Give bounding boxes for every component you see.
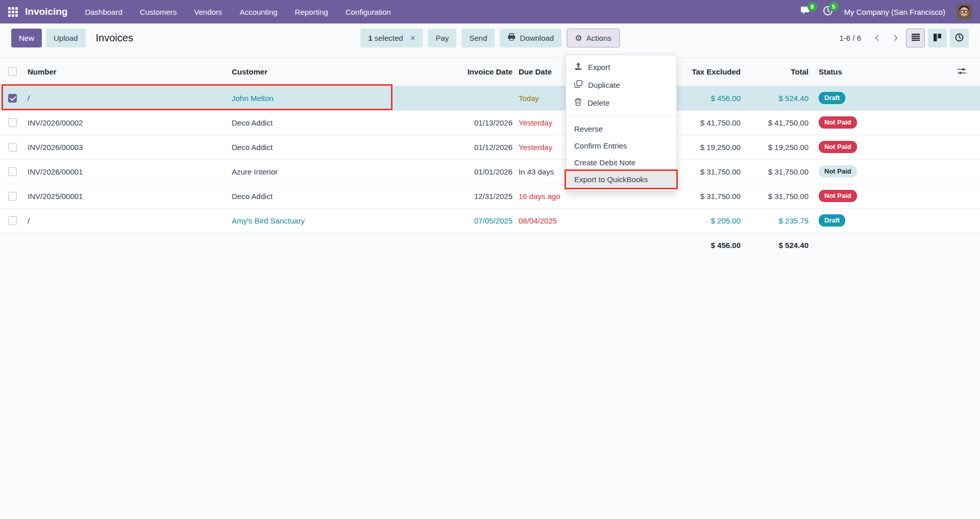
cell-invoice-date: 01/01/2026 [459,159,516,184]
nav-item-configuration[interactable]: Configuration [346,8,391,16]
footer-grand-total: $ 524.40 [744,233,812,257]
menu-item-confirm-entries-label: Confirm Entries [574,141,627,150]
status-badge: Not Paid [819,116,857,129]
menu-item-export[interactable]: Export [566,58,676,76]
gear-icon: ⚙ [575,34,582,42]
app-name[interactable]: Invoicing [25,6,67,17]
row-checkbox[interactable] [8,118,17,127]
delete-icon [574,98,582,108]
col-header-invoice-date[interactable]: Invoice Date [459,58,516,86]
invoice-list: Number Customer Invoice Date Due Date Ta… [0,58,980,257]
table-row[interactable]: / Amy's Bird Sanctuary 07/05/2025 08/04/… [0,208,980,233]
cell-customer: Deco Addict [229,135,459,159]
table-row[interactable]: INV/2026/00001 Azure Interior 01/01/2026… [0,159,980,184]
nav-menu: Dashboard Customers Vendors Accounting R… [85,8,390,16]
send-button[interactable]: Send [461,29,495,47]
menu-item-create-debit-note-label: Create Debit Note [574,158,635,167]
cell-total: $ 41,750.00 [744,110,812,135]
activity-view-button[interactable] [950,29,969,47]
nav-item-accounting[interactable]: Accounting [239,8,277,16]
menu-item-create-debit-note[interactable]: Create Debit Note [566,154,676,171]
pager-next-icon[interactable] [888,31,903,46]
cell-total: $ 235.75 [744,208,812,233]
activities-button[interactable]: 5 [823,6,833,18]
cell-invoice-date: 01/12/2026 [459,135,516,159]
activities-count-badge: 5 [829,2,839,11]
activity-view-icon [955,33,964,43]
menu-item-export-to-quickbooks[interactable]: Export to QuickBooks [566,171,676,188]
cell-customer: Azure Interior [229,159,459,184]
printer-icon [507,33,516,43]
download-button[interactable]: Download [500,29,561,47]
cell-due-date: 08/04/2025 [516,208,642,233]
cell-invoice-date: 01/13/2026 [459,110,516,135]
col-header-status[interactable]: Status [812,58,954,86]
optional-columns-icon[interactable] [958,68,966,77]
menu-item-delete[interactable]: Delete [566,94,676,112]
kanban-view-button[interactable] [928,29,947,47]
menu-item-reverse[interactable]: Reverse [566,120,676,137]
table-header-row: Number Customer Invoice Date Due Date Ta… [0,58,980,86]
company-switcher[interactable]: My Company (San Francisco) [844,8,945,16]
cell-customer: Deco Addict [229,110,459,135]
status-badge: Not Paid [819,141,857,153]
new-button[interactable]: New [11,29,42,47]
cell-number: INV/2025/00001 [24,184,229,208]
menu-item-confirm-entries[interactable]: Confirm Entries [566,137,676,154]
table-row[interactable]: / John Melton Today $ 456.00 $ 524.40 Dr… [0,86,980,110]
pay-button[interactable]: Pay [428,29,457,47]
duplicate-icon [574,80,582,90]
row-checkbox[interactable] [8,216,17,225]
menu-item-delete-label: Delete [587,98,609,107]
menu-divider [566,116,676,116]
cell-customer: Deco Addict [229,184,459,208]
col-header-total[interactable]: Total [744,58,812,86]
menu-item-duplicate-label: Duplicate [588,81,620,89]
table-row[interactable]: INV/2026/00003 Deco Addict 01/12/2026 Ye… [0,135,980,159]
cell-customer-link[interactable]: Amy's Bird Sanctuary [232,216,305,225]
select-all-checkbox[interactable] [8,67,17,76]
table-row[interactable]: INV/2026/00002 Deco Addict 01/13/2026 Ye… [0,110,980,135]
cell-total: $ 31,750.00 [744,184,812,208]
cell-number: / [24,86,229,110]
actions-button[interactable]: ⚙ Actions [567,29,620,47]
cell-number: INV/2026/00001 [24,159,229,184]
row-checkbox[interactable] [8,94,17,103]
col-header-number[interactable]: Number [24,58,229,86]
menu-item-duplicate[interactable]: Duplicate [566,76,676,94]
cell-number: / [24,208,229,233]
upload-button[interactable]: Upload [46,29,86,47]
cell-total: $ 19,250.00 [744,135,812,159]
menu-item-export-to-quickbooks-label: Export to QuickBooks [574,175,648,184]
nav-item-dashboard[interactable]: Dashboard [85,8,122,16]
cell-customer-link[interactable]: John Melton [232,94,274,103]
apps-grid-icon[interactable] [8,7,18,17]
cell-invoice-date [459,86,516,110]
row-checkbox[interactable] [8,143,17,152]
messages-count-badge: 8 [807,2,817,12]
messages-button[interactable]: 8 [800,6,812,18]
cell-invoice-date: 12/31/2025 [459,184,516,208]
clear-selection-icon[interactable]: × [410,34,415,42]
status-badge: Draft [819,92,845,104]
table-footer-row: $ 456.00 $ 524.40 [0,233,980,257]
col-header-customer[interactable]: Customer [229,58,459,86]
cell-tax-excluded: $ 205.00 [642,208,744,233]
table-row[interactable]: INV/2025/00001 Deco Addict 12/31/2025 16… [0,184,980,208]
list-view-icon [912,34,920,42]
pager-previous-icon[interactable] [869,31,885,46]
cell-invoice-date: 07/05/2025 [459,208,516,233]
nav-item-reporting[interactable]: Reporting [295,8,328,16]
list-view-button[interactable] [906,29,925,47]
row-checkbox[interactable] [8,167,17,176]
actions-label: Actions [586,34,611,42]
user-avatar[interactable] [957,4,972,19]
nav-item-vendors[interactable]: Vendors [194,8,222,16]
nav-item-customers[interactable]: Customers [140,8,177,16]
selection-chip: 1 selected × [360,29,423,47]
cell-number: INV/2026/00002 [24,110,229,135]
selection-count-text: 1 selected [368,34,403,42]
control-panel: New Upload Invoices 1 selected × Pay Sen… [0,23,980,58]
page-title: Invoices [96,32,133,44]
row-checkbox[interactable] [8,192,17,201]
